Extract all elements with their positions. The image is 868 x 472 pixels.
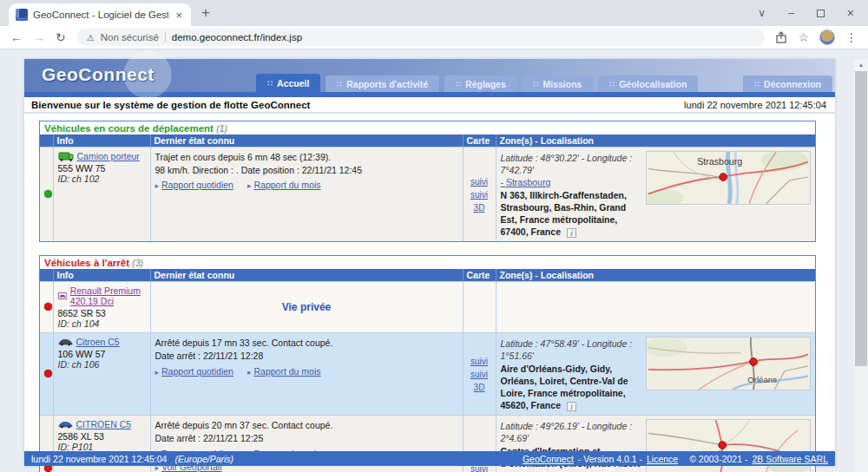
vehicle-link[interactable]: CITROEN C5 — [76, 419, 132, 429]
column-state: Dernier état connu — [150, 134, 463, 148]
column-zone: Zone(s) - Localisation — [496, 134, 815, 148]
car-icon — [58, 420, 73, 429]
zone-coordinates: Latitude : 47°58.49' - Longitude : 1°51.… — [501, 338, 633, 361]
state-line1: Arrêté depuis 20 mn 37 sec. Contact coup… — [155, 419, 458, 432]
section-count: (1) — [216, 123, 227, 134]
tab-deconnexion[interactable]: ∷ Déconnexion — [743, 75, 832, 92]
status-dot — [44, 303, 52, 311]
monthly-report-link[interactable]: Rapport du mois — [253, 366, 320, 377]
follow-3d-link[interactable]: suivi 3D — [468, 188, 491, 214]
section-title-text: Véhicules en cours de déplacement — [44, 123, 214, 134]
tab-accueil[interactable]: ∷ Accueil — [256, 74, 320, 92]
section-count: (3) — [132, 258, 143, 268]
tab-missions[interactable]: ∷ Missions — [523, 75, 594, 92]
table-row: Renault Premium 420.19 Dci 8652 SR 53 ID… — [40, 282, 815, 333]
map-marker — [720, 174, 727, 181]
follow-link[interactable]: suivi — [468, 355, 491, 368]
footer-company-link[interactable]: 2B Software SARL — [752, 454, 828, 464]
map-city-label: Strasbourg — [697, 156, 742, 167]
section-title-moving: Véhicules en cours de déplacement (1) — [40, 121, 815, 134]
bookmark-star-icon[interactable]: ☆ — [798, 31, 809, 43]
tab-reglages[interactable]: ∷ Réglages — [444, 75, 516, 92]
grid-icon: ∷ — [754, 80, 760, 88]
info-icon[interactable]: i — [567, 402, 576, 411]
share-icon[interactable] — [775, 31, 787, 43]
main-content: Véhicules en cours de déplacement (1) In… — [24, 114, 835, 472]
zone-address: Aire d'Orléans-Gidy, Gidy, Orléans, Loir… — [501, 364, 628, 411]
browser-toolbar: ← → ↻ ⚠ Non sécurisé demo.geoconnect.fr/… — [0, 26, 868, 49]
column-info: Info — [53, 269, 150, 282]
vehicle-link[interactable]: Camion porteur — [77, 151, 140, 161]
tab-label: Rapports d'activité — [346, 79, 428, 89]
map-thumbnail[interactable]: Orléans — [646, 337, 811, 390]
grid-icon: ∷ — [456, 80, 461, 88]
current-datetime: lundi 22 novembre 2021 12:45:04 — [684, 100, 826, 110]
reload-icon[interactable]: ↻ — [56, 31, 66, 43]
follow-3d-link[interactable]: suivi 3D — [468, 368, 491, 394]
zone-coordinates: Latitude : 48°30.22' - Longitude : 7°42.… — [501, 153, 633, 175]
zone-place-link[interactable]: - Strasbourg — [501, 177, 551, 187]
new-tab-button[interactable]: + — [201, 4, 210, 22]
map-marker — [719, 442, 727, 449]
address-bar[interactable]: ⚠ Non sécurisé demo.geoconnect.fr/index.… — [76, 29, 766, 46]
tab-geolocalisation[interactable]: ∷ Géolocalisation — [598, 75, 698, 92]
minimize-button[interactable]: – — [788, 7, 794, 19]
section-title-stopped: Véhicules à l'arrêt (3) — [40, 256, 815, 269]
vehicles-stopped-table: Info Dernier état connu Carte Zone(s) - … — [40, 269, 815, 472]
carte-cell: suivi suivi 3D — [463, 148, 496, 242]
tab-label: Réglages — [465, 79, 506, 89]
map-thumbnail[interactable]: Strasbourg — [646, 151, 811, 205]
footer-version: - Version 4.0.1 - — [578, 454, 642, 464]
scrollbar-up-arrow[interactable]: ▲ — [854, 59, 868, 71]
van-icon — [58, 291, 67, 301]
forward-icon[interactable]: → — [33, 31, 45, 43]
app-container: GeoConnect ∷ Accueil ∷ Rapports d'activi… — [24, 59, 835, 466]
profile-avatar[interactable] — [819, 30, 835, 45]
daily-report-link[interactable]: Rapport quotidien — [161, 180, 233, 190]
map-marker — [750, 358, 758, 366]
app-header-banner: GeoConnect ∷ Accueil ∷ Rapports d'activi… — [24, 59, 835, 92]
tab-label: Missions — [542, 79, 582, 89]
footer-app-link[interactable]: GeoConnect — [523, 454, 574, 464]
menu-kebab-icon[interactable]: ⋮ — [845, 31, 858, 43]
back-icon[interactable]: ← — [10, 31, 23, 43]
tab-close-icon[interactable]: × — [174, 9, 184, 22]
app-logo: GeoConnect — [42, 64, 155, 85]
zone-cell: Latitude : 48°30.22' - Longitude : 7°42.… — [496, 148, 815, 242]
follow-link[interactable]: suivi — [468, 175, 491, 188]
close-window-button[interactable]: × — [847, 6, 854, 20]
footer-credits: GeoConnect - Version 4.0.1 - Licence © 2… — [523, 454, 828, 464]
page-viewport: GeoConnect ∷ Accueil ∷ Rapports d'activi… — [0, 59, 868, 472]
url-text: demo.geoconnect.fr/index.jsp — [172, 32, 302, 43]
column-state: Dernier état connu — [150, 269, 463, 282]
monthly-report-link[interactable]: Rapport du mois — [253, 180, 320, 190]
footer-copyright: © 2003-2021 - — [689, 454, 747, 464]
maximize-button[interactable] — [817, 10, 825, 17]
status-dot — [44, 190, 52, 198]
vehicles-moving-table: Info Dernier état connu Carte Zone(s) - … — [40, 134, 815, 241]
vehicle-state-cell: Trajet en cours depuis 6 mn 48 sec (12:3… — [150, 148, 463, 242]
state-line1: Trajet en cours depuis 6 mn 48 sec (12:3… — [155, 151, 458, 164]
info-icon[interactable]: i — [567, 228, 576, 238]
main-navigation: ∷ Accueil ∷ Rapports d'activité ∷ Réglag… — [256, 74, 832, 92]
tab-search-chevron-icon[interactable]: ∨ — [758, 7, 766, 19]
vehicle-link[interactable]: Citroen C5 — [76, 337, 120, 347]
zone-coordinates: Latitude : 49°26.19' - Longitude : 2°4.6… — [501, 421, 633, 443]
tab-label: Géolocalisation — [619, 79, 687, 89]
scrollbar-thumb[interactable] — [855, 71, 867, 366]
zone-cell: Latitude : 47°58.49' - Longitude : 1°51.… — [496, 333, 815, 416]
browser-tab[interactable]: GeoConnect - Logiciel de Gestio × — [9, 3, 191, 26]
car-icon — [58, 338, 73, 346]
tab-rapports-activite[interactable]: ∷ Rapports d'activité — [326, 75, 439, 92]
vehicle-plate: 8652 SR 53 — [58, 308, 146, 318]
column-zone: Zone(s) - Localisation — [496, 269, 815, 282]
arrow-icon: ▸ — [155, 181, 160, 190]
table-row: Citroen C5 106 WW 57 ID: ch 106 Arrêté d… — [40, 333, 815, 416]
vertical-scrollbar[interactable]: ▲ — [854, 59, 868, 472]
footer-licence-link[interactable]: Licence — [647, 454, 678, 464]
daily-report-link[interactable]: Rapport quotidien — [161, 366, 233, 377]
grid-icon: ∷ — [267, 79, 273, 88]
arrow-icon: ▸ — [155, 368, 160, 377]
vehicle-link[interactable]: Renault Premium 420.19 Dci — [70, 285, 146, 306]
vehicle-id: ID: ch 104 — [58, 318, 146, 329]
